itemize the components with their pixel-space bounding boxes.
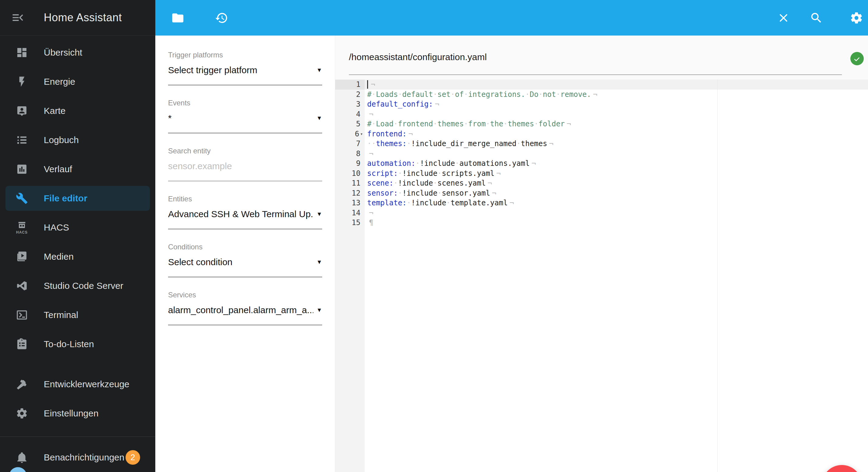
eol-marker: ¬ bbox=[371, 80, 375, 89]
field-underline bbox=[168, 229, 322, 229]
services-select[interactable]: alarm_control_panel.alarm_arm_a... ▼ bbox=[168, 303, 322, 317]
code-token: scene: bbox=[367, 179, 394, 188]
field-underline bbox=[168, 277, 322, 277]
code-line[interactable]: 13template:·!include·template.yaml¬ bbox=[335, 198, 868, 208]
field-underline bbox=[168, 181, 322, 181]
eol-marker: ¬ bbox=[435, 100, 439, 108]
search-entity-input[interactable] bbox=[168, 161, 322, 171]
sidebar-collapse-icon[interactable] bbox=[11, 11, 24, 24]
select-value: Select condition bbox=[168, 257, 232, 267]
code-line[interactable]: 5#·Load·frontend·themes·from·the·themes·… bbox=[335, 119, 868, 129]
sidebar-item-hacs[interactable]: HACS HACS bbox=[0, 213, 155, 242]
code-line-content[interactable]: automation:·!include·automations.yaml¬ bbox=[365, 159, 868, 168]
sidebar-item-entwicklerwerkzeuge[interactable]: Entwicklerwerkzeuge bbox=[0, 370, 155, 399]
sidebar-item-terminal[interactable]: Terminal bbox=[0, 300, 155, 330]
code-line-content[interactable]: default_config:¬ bbox=[365, 100, 868, 108]
history-icon[interactable] bbox=[215, 11, 228, 25]
chevron-down-icon: ▼ bbox=[313, 211, 322, 217]
field-label: Entities bbox=[168, 195, 322, 203]
saved-check-icon bbox=[850, 52, 864, 65]
sidebar-item-todo-listen[interactable]: To-do-Listen bbox=[0, 330, 155, 359]
sidebar-item-label: Logbuch bbox=[44, 135, 79, 145]
code-line-content[interactable]: #·Loads·default·set·of·integrations.·Do·… bbox=[365, 90, 868, 99]
code-line[interactable]: 3default_config:¬ bbox=[335, 99, 868, 109]
code-line-content[interactable]: scene:·!include·scenes.yaml¬ bbox=[365, 179, 868, 188]
eol-marker: ¬ bbox=[369, 209, 373, 217]
code-token: ·!include·automations.yaml bbox=[415, 159, 530, 168]
code-token: automation: bbox=[367, 159, 415, 168]
code-line[interactable]: 6▾frontend:¬ bbox=[335, 129, 868, 139]
code-line-content[interactable]: script:·!include·scripts.yaml¬ bbox=[365, 169, 868, 178]
code-editor[interactable]: 1¬2#·Loads·default·set·of·integrations.·… bbox=[335, 79, 868, 472]
clipboard-list-icon bbox=[0, 338, 44, 350]
console-icon bbox=[0, 309, 44, 321]
line-number: 12 bbox=[335, 188, 365, 198]
code-line-content[interactable]: ··themes:·!include_dir_merge_named·theme… bbox=[365, 139, 868, 148]
code-line[interactable]: 4¬ bbox=[335, 109, 868, 120]
bell-icon bbox=[0, 451, 44, 464]
code-line-content[interactable]: sensor:·!include·sensor.yaml¬ bbox=[365, 189, 868, 197]
sidebar-item-logbuch[interactable]: Logbuch bbox=[0, 126, 155, 155]
search-icon[interactable] bbox=[810, 11, 823, 25]
code-line-content[interactable]: frontend:¬ bbox=[365, 130, 868, 138]
code-line[interactable]: 2#·Loads·default·set·of·integrations.·Do… bbox=[335, 90, 868, 100]
sidebar-item-uebersicht[interactable]: Übersicht bbox=[0, 38, 155, 67]
code-line-content[interactable]: template:·!include·template.yaml¬ bbox=[365, 199, 868, 207]
code-line-content[interactable]: ¬ bbox=[365, 209, 868, 217]
sidebar-item-energie[interactable]: Energie bbox=[0, 67, 155, 96]
close-icon[interactable] bbox=[777, 11, 790, 25]
sidebar-item-einstellungen[interactable]: Einstellungen bbox=[0, 399, 155, 428]
sidebar-item-label: Studio Code Server bbox=[44, 281, 123, 291]
code-line[interactable]: 10script:·!include·scripts.yaml¬ bbox=[335, 169, 868, 178]
sidebar-item-label: Terminal bbox=[44, 310, 78, 320]
line-number: 14 bbox=[335, 208, 365, 218]
sidebar: Home Assistant Übersicht Energie bbox=[0, 0, 155, 472]
field-label: Search entity bbox=[168, 147, 322, 155]
code-line-content[interactable]: ¬ bbox=[365, 149, 868, 158]
entities-select[interactable]: Advanced SSH & Web Terminal Up... ▼ bbox=[168, 207, 322, 221]
events-select[interactable]: * ▼ bbox=[168, 111, 322, 125]
code-token: sensor: bbox=[367, 189, 398, 197]
code-token: frontend: bbox=[367, 130, 407, 138]
sidebar-item-medien[interactable]: Medien bbox=[0, 242, 155, 271]
code-line[interactable]: 1¬ bbox=[335, 79, 868, 90]
sidebar-item-karte[interactable]: Karte bbox=[0, 96, 155, 126]
code-line-content[interactable]: ¶ bbox=[365, 218, 868, 227]
sidebar-item-studio-code-server[interactable]: Studio Code Server bbox=[0, 271, 155, 300]
line-number: 10 bbox=[335, 169, 365, 178]
chevron-down-icon: ▼ bbox=[313, 307, 322, 313]
line-number: 9 bbox=[335, 159, 365, 169]
line-number: 5 bbox=[335, 119, 365, 129]
sidebar-header: Home Assistant bbox=[0, 0, 155, 36]
code-line-content[interactable]: ¬ bbox=[365, 110, 868, 119]
sidebar-item-verlauf[interactable]: Verlauf bbox=[0, 155, 155, 184]
sidebar-item-label: Medien bbox=[44, 251, 73, 262]
sidebar-item-file-editor[interactable]: File editor bbox=[0, 184, 155, 213]
fold-arrow-icon[interactable]: ▾ bbox=[360, 131, 363, 137]
content: Trigger platforms Select trigger platfor… bbox=[155, 36, 868, 472]
line-number: 7 bbox=[335, 139, 365, 149]
code-line[interactable]: 15¶ bbox=[335, 218, 868, 228]
trigger-platform-select[interactable]: Select trigger platform ▼ bbox=[168, 64, 322, 77]
line-number: 13 bbox=[335, 198, 365, 208]
settings-gear-icon[interactable] bbox=[850, 11, 863, 25]
code-line[interactable]: 8¬ bbox=[335, 149, 868, 159]
field-label: Conditions bbox=[168, 243, 322, 251]
code-line[interactable]: 9automation:·!include·automations.yaml¬ bbox=[335, 159, 868, 169]
code-line[interactable]: 7··themes:·!include_dir_merge_named·them… bbox=[335, 139, 868, 149]
form-panel: Trigger platforms Select trigger platfor… bbox=[155, 36, 335, 472]
chevron-down-icon: ▼ bbox=[313, 259, 322, 266]
folder-icon[interactable] bbox=[171, 11, 184, 25]
code-line-content[interactable]: ¬ bbox=[365, 80, 868, 89]
conditions-select[interactable]: Select condition ▼ bbox=[168, 256, 322, 269]
code-line[interactable]: 11scene:·!include·scenes.yaml¬ bbox=[335, 178, 868, 188]
hacs-store-icon: HACS bbox=[0, 221, 44, 234]
code-line[interactable]: 12sensor:·!include·sensor.yaml¬ bbox=[335, 188, 868, 198]
code-line-content[interactable]: #·Load·frontend·themes·from·the·themes·f… bbox=[365, 120, 868, 128]
notification-badge: 2 bbox=[126, 450, 140, 465]
code-line[interactable]: 14¬ bbox=[335, 208, 868, 218]
sidebar-item-label: HACS bbox=[44, 222, 69, 233]
sidebar-item-benachrichtigungen[interactable]: Benachrichtigungen 2 bbox=[0, 443, 155, 472]
code-token: ·!include·scenes.yaml bbox=[394, 179, 486, 188]
file-path[interactable]: /homeassistant/configuration.yaml bbox=[349, 52, 487, 62]
